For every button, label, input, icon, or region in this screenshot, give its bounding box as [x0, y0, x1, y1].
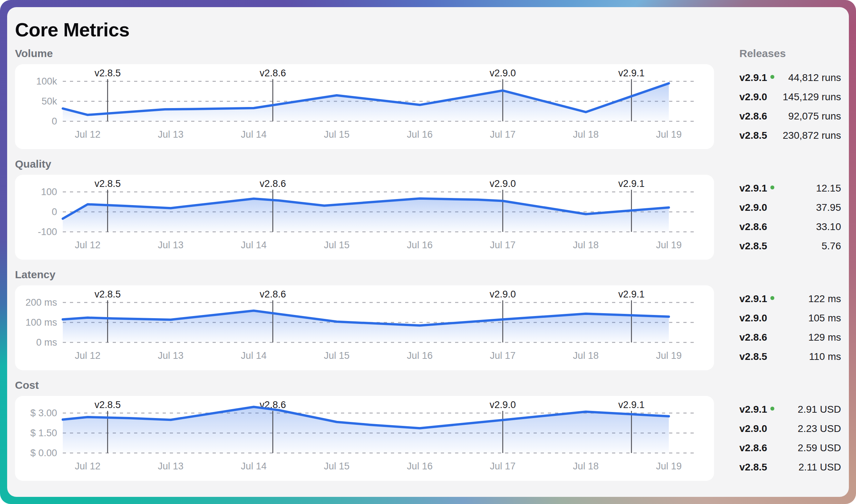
x-tick-label: Jul 13	[158, 461, 184, 472]
x-tick-label: Jul 19	[656, 461, 682, 472]
release-marker-label: v2.8.6	[260, 68, 286, 78]
chart-panel-cost[interactable]: $ 3.00$ 1.50$ 0.00v2.8.5v2.8.6v2.9.0v2.9…	[15, 396, 714, 481]
release-version-label: v2.8.5	[739, 351, 767, 362]
x-tick-label: Jul 13	[158, 350, 184, 361]
release-row: v2.9.1 44,812 runs	[739, 68, 841, 87]
release-value: 145,129 runs	[783, 91, 841, 103]
x-tick-label: Jul 16	[407, 240, 433, 250]
release-version-label: v2.8.6	[739, 332, 767, 343]
release-version-label: v2.9.0	[739, 202, 767, 213]
release-marker-label: v2.9.0	[490, 289, 516, 300]
x-tick-label: Jul 19	[656, 350, 682, 361]
release-row: v2.8.6 2.59 USD	[739, 438, 841, 458]
metric-chart[interactable]: 100k50k0v2.8.5v2.8.6v2.9.0v2.9.1Jul 12Ju…	[15, 64, 714, 149]
y-tick-label: $ 3.00	[30, 408, 57, 418]
release-row: v2.8.6 92,075 runs	[739, 107, 841, 126]
release-value: 230,872 runs	[783, 130, 841, 141]
release-version: v2.9.0	[739, 312, 767, 324]
release-row: v2.9.0 37.95	[739, 198, 841, 217]
release-marker-label: v2.8.6	[260, 178, 286, 189]
release-version: v2.9.1	[739, 404, 774, 415]
release-row: v2.8.6 33.10	[739, 217, 841, 236]
release-row: v2.8.5 5.76	[739, 236, 841, 256]
current-release-dot	[770, 185, 774, 189]
chart-panel-volume[interactable]: 100k50k0v2.8.5v2.8.6v2.9.0v2.9.1Jul 12Ju…	[15, 64, 714, 149]
release-version-label: v2.8.6	[739, 221, 767, 233]
x-tick-label: Jul 19	[656, 129, 682, 140]
x-tick-label: Jul 13	[158, 129, 184, 140]
release-marker-label: v2.8.5	[95, 399, 121, 410]
release-marker-label: v2.8.5	[95, 289, 121, 300]
release-group-latency: v2.9.1 122 ms v2.9.0 105 ms v2.8.6 129 m…	[739, 289, 841, 366]
x-tick-label: Jul 14	[241, 461, 266, 472]
release-version: v2.8.6	[739, 442, 767, 454]
release-version: v2.8.5	[739, 240, 767, 252]
x-tick-label: Jul 14	[241, 240, 266, 250]
chart-panel-quality[interactable]: 1000-100v2.8.5v2.8.6v2.9.0v2.9.1Jul 12Ju…	[15, 175, 714, 260]
release-marker-label: v2.9.1	[618, 399, 645, 410]
release-value: 5.76	[822, 240, 841, 252]
release-version-label: v2.8.5	[739, 462, 767, 473]
x-tick-label: Jul 18	[573, 461, 598, 472]
x-tick-label: Jul 15	[324, 129, 350, 140]
metric-chart[interactable]: 200 ms100 ms0 msv2.8.5v2.8.6v2.9.0v2.9.1…	[15, 285, 714, 370]
y-tick-label: $ 1.50	[30, 428, 57, 438]
y-tick-label: 100	[41, 187, 57, 197]
release-value: 105 ms	[808, 312, 841, 324]
current-release-dot	[770, 75, 774, 79]
release-version: v2.9.1	[739, 72, 774, 83]
release-version-label: v2.8.5	[739, 240, 767, 252]
release-marker-label: v2.9.0	[490, 399, 516, 410]
release-value: 33.10	[816, 221, 841, 233]
release-value: 2.11 USD	[799, 462, 841, 473]
x-tick-label: Jul 13	[158, 240, 184, 250]
section-label-quality: Quality	[15, 158, 714, 170]
release-marker-label: v2.9.1	[618, 68, 645, 78]
x-tick-label: Jul 18	[573, 240, 598, 250]
x-tick-label: Jul 14	[241, 350, 266, 361]
release-version-label: v2.9.1	[739, 183, 767, 194]
release-marker-label: v2.8.6	[260, 289, 286, 300]
metric-chart[interactable]: 1000-100v2.8.5v2.8.6v2.9.0v2.9.1Jul 12Ju…	[15, 175, 714, 260]
release-version-label: v2.8.5	[739, 130, 767, 141]
gradient-frame: Core Metrics Volume Releases 100k50k0v2.…	[0, 0, 856, 504]
release-row: v2.8.5 2.11 USD	[739, 458, 841, 477]
chart-panel-latency[interactable]: 200 ms100 ms0 msv2.8.5v2.8.6v2.9.0v2.9.1…	[15, 285, 714, 370]
x-tick-label: Jul 19	[656, 240, 682, 250]
release-version: v2.8.5	[739, 351, 767, 362]
x-tick-label: Jul 16	[407, 129, 433, 140]
x-tick-label: Jul 18	[573, 129, 598, 140]
release-value: 37.95	[816, 202, 841, 213]
release-value: 110 ms	[809, 351, 841, 362]
release-version-label: v2.9.1	[739, 72, 767, 83]
release-version-label: v2.9.1	[739, 293, 767, 305]
y-tick-label: $ 0.00	[30, 448, 57, 458]
release-marker-label: v2.9.1	[618, 178, 645, 189]
y-tick-label: -100	[38, 226, 57, 237]
release-version: v2.9.0	[739, 423, 767, 434]
x-tick-label: Jul 15	[324, 240, 350, 250]
current-release-dot	[770, 407, 774, 411]
release-row: v2.8.5 230,872 runs	[739, 126, 841, 145]
release-version-label: v2.9.0	[739, 312, 767, 324]
y-tick-label: 0 ms	[36, 337, 57, 348]
section-label-latency: Latency	[15, 268, 714, 281]
release-group-volume: v2.9.1 44,812 runs v2.9.0 145,129 runs v…	[739, 68, 841, 145]
y-tick-label: 200 ms	[25, 297, 57, 308]
release-row: v2.8.5 110 ms	[739, 347, 841, 366]
core-metrics-card: Core Metrics Volume Releases 100k50k0v2.…	[7, 7, 849, 497]
release-value: 2.91 USD	[798, 404, 841, 415]
release-version-label: v2.9.0	[739, 91, 767, 103]
x-tick-label: Jul 12	[75, 129, 101, 140]
metric-chart[interactable]: $ 3.00$ 1.50$ 0.00v2.8.5v2.8.6v2.9.0v2.9…	[15, 396, 714, 481]
release-version: v2.8.6	[739, 111, 767, 122]
y-tick-label: 100 ms	[25, 317, 57, 328]
area-fill	[63, 311, 669, 342]
release-version-label: v2.8.6	[739, 111, 767, 122]
section-label-cost: Cost	[15, 379, 714, 392]
x-tick-label: Jul 17	[490, 350, 516, 361]
release-row: v2.9.0 105 ms	[739, 309, 841, 328]
release-version: v2.8.6	[739, 221, 767, 233]
y-tick-label: 0	[52, 116, 57, 127]
y-tick-label: 100k	[36, 76, 57, 87]
